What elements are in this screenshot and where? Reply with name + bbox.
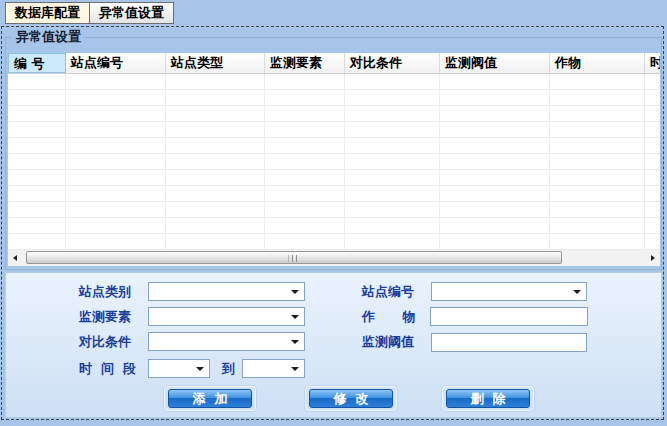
edit-form-panel: 站点类别 监测要素 对比条件 时 间 段 到 站点编号 作 物 监 bbox=[5, 272, 662, 418]
monitor-threshold-label: 监测阈值 bbox=[362, 334, 414, 350]
monitor-element-label: 监测要素 bbox=[79, 309, 131, 325]
column-header-5[interactable]: 监测阀值 bbox=[440, 53, 550, 73]
grid-column-line bbox=[549, 74, 550, 250]
dropdown-arrow-icon bbox=[291, 340, 299, 344]
tab-outlier-settings[interactable]: 异常值设置 bbox=[90, 3, 173, 23]
tab-bar: 数据库配置 异常值设置 bbox=[5, 2, 174, 24]
app-window: 数据库配置 异常值设置 异常值设置 编 号站点编号站点类型监测要素对比条件监测阀… bbox=[0, 0, 667, 426]
scrollbar-grip-icon bbox=[289, 255, 300, 262]
scrollbar-right-arrow-icon[interactable] bbox=[644, 250, 660, 266]
grid-column-line bbox=[644, 74, 645, 250]
time-range-to-label: 到 bbox=[222, 361, 235, 377]
station-type-combo[interactable] bbox=[148, 282, 305, 301]
station-id-label: 站点编号 bbox=[362, 284, 414, 300]
column-header-6[interactable]: 作物 bbox=[550, 53, 645, 73]
grid-column-line bbox=[264, 74, 265, 250]
delete-button[interactable]: 删 除 bbox=[446, 389, 530, 408]
grid-column-line bbox=[165, 74, 166, 250]
dropdown-arrow-icon bbox=[291, 367, 299, 371]
delete-button-frame: 删 除 bbox=[442, 386, 534, 411]
outlier-grid: 编 号站点编号站点类型监测要素对比条件监测阀值作物时 bbox=[8, 53, 660, 266]
grid-column-line bbox=[439, 74, 440, 250]
crop-input[interactable] bbox=[430, 307, 588, 326]
outlier-settings-groupbox: 异常值设置 编 号站点编号站点类型监测要素对比条件监测阀值作物时 bbox=[5, 37, 662, 270]
column-header-1[interactable]: 站点编号 bbox=[66, 53, 166, 73]
column-header-7[interactable]: 时 bbox=[645, 53, 660, 73]
dropdown-arrow-icon bbox=[196, 367, 204, 371]
time-from-combo[interactable] bbox=[148, 359, 210, 378]
crop-label: 作 物 bbox=[362, 309, 415, 325]
dropdown-arrow-icon bbox=[291, 315, 299, 319]
tab-database-config[interactable]: 数据库配置 bbox=[6, 3, 90, 23]
scrollbar-thumb[interactable] bbox=[26, 251, 562, 264]
grid-header-row: 编 号站点编号站点类型监测要素对比条件监测阀值作物时 bbox=[8, 53, 660, 74]
modify-button-frame: 修 改 bbox=[305, 386, 397, 411]
groupbox-title: 异常值设置 bbox=[12, 29, 85, 45]
column-header-2[interactable]: 站点类型 bbox=[166, 53, 265, 73]
add-button[interactable]: 添 加 bbox=[168, 389, 252, 408]
time-range-label: 时 间 段 bbox=[79, 361, 136, 377]
compare-condition-combo[interactable] bbox=[148, 332, 305, 351]
grid-column-line bbox=[344, 74, 345, 250]
dropdown-arrow-icon bbox=[291, 290, 299, 294]
monitor-element-combo[interactable] bbox=[148, 307, 305, 326]
grid-column-line bbox=[65, 74, 66, 250]
add-button-frame: 添 加 bbox=[164, 386, 256, 411]
time-to-combo[interactable] bbox=[242, 359, 305, 378]
grid-body[interactable] bbox=[8, 74, 660, 250]
scrollbar-left-arrow-icon[interactable] bbox=[8, 250, 24, 266]
station-type-label: 站点类别 bbox=[79, 284, 131, 300]
column-header-3[interactable]: 监测要素 bbox=[265, 53, 345, 73]
column-header-0[interactable]: 编 号 bbox=[8, 53, 66, 73]
station-id-combo[interactable] bbox=[431, 282, 587, 301]
modify-button[interactable]: 修 改 bbox=[309, 389, 393, 408]
column-header-4[interactable]: 对比条件 bbox=[345, 53, 440, 73]
monitor-threshold-input[interactable] bbox=[431, 333, 587, 352]
compare-condition-label: 对比条件 bbox=[79, 334, 131, 350]
grid-horizontal-scrollbar[interactable] bbox=[8, 250, 660, 266]
dropdown-arrow-icon bbox=[573, 290, 581, 294]
